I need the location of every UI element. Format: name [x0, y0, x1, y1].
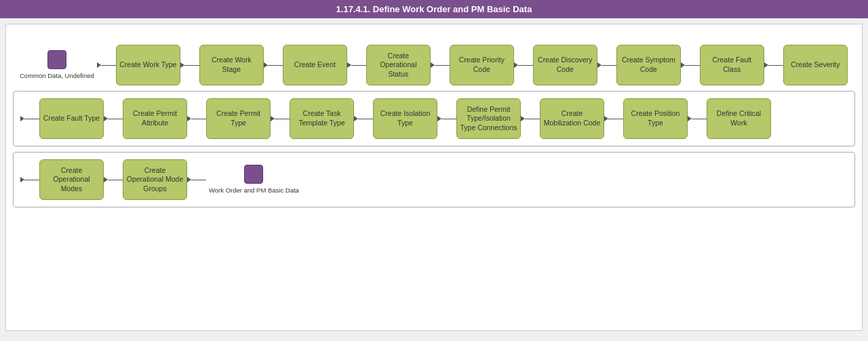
row3-bracket: Create Operational Modes Create Operatio… [13, 152, 855, 207]
arrow-0 [97, 62, 116, 68]
arrow-r2-6 [521, 116, 540, 121]
row2-container: Create Fault Type Create Permit Attribut… [20, 98, 848, 139]
arrow-r2-1 [104, 116, 123, 121]
node-create-work-stage[interactable]: Create Work Stage [199, 45, 264, 85]
node-create-mobilization-code[interactable]: Create Mobilization Code [540, 98, 604, 139]
arrow-r2-8 [688, 116, 707, 121]
start-node-purple [47, 50, 66, 69]
row3-container: Create Operational Modes Create Operatio… [20, 159, 848, 200]
arrow-2 [264, 62, 283, 68]
node-create-discovery-code[interactable]: Create Discovery Code [533, 45, 597, 85]
end-node-purple [244, 165, 263, 184]
node-create-operational-mode-groups[interactable]: Create Operational Mode Groups [123, 159, 187, 200]
node-define-critical-work[interactable]: Define Critical Work [707, 98, 771, 139]
node-create-permit-attribute[interactable]: Create Permit Attribute [123, 98, 187, 139]
arrow-3 [347, 62, 366, 68]
arrow-r3-2 [187, 177, 206, 182]
arrow-r3-entry [20, 177, 39, 182]
arrow-r3-1 [104, 177, 123, 182]
arrow-r2-2 [187, 116, 206, 121]
node-create-task-template-type[interactable]: Create Task Template Type [290, 98, 354, 139]
arrow-r2-7 [604, 116, 623, 121]
header-bar: 1.17.4.1. Define Work Order and PM Basic… [0, 0, 868, 18]
header-title: 1.17.4.1. Define Work Order and PM Basic… [336, 4, 532, 14]
node-create-permit-type[interactable]: Create Permit Type [206, 98, 271, 139]
node-create-fault-type[interactable]: Create Fault Type [39, 98, 104, 139]
main-content: Common Data, Undefined Create Work Type … [5, 24, 863, 331]
arrow-7 [681, 62, 700, 68]
node-create-priority-code[interactable]: Create Priority Code [450, 45, 514, 85]
arrow-r2-entry [20, 116, 39, 121]
node-create-isolation-type[interactable]: Create Isolation Type [373, 98, 437, 139]
arrow-5 [514, 62, 533, 68]
arrow-4 [431, 62, 450, 68]
arrow-r2-3 [271, 116, 290, 121]
node-create-operational-modes[interactable]: Create Operational Modes [39, 159, 104, 200]
end-node-label: Work Order and PM Basic Data [209, 186, 299, 194]
node-create-operational-status[interactable]: Create Operational Status [366, 45, 431, 85]
start-node-label: Common Data, Undefined [20, 72, 94, 79]
node-create-symptom-code[interactable]: Create Symptom Code [616, 45, 681, 85]
arrow-1 [180, 62, 199, 68]
node-create-event[interactable]: Create Event [283, 45, 347, 85]
node-create-work-type[interactable]: Create Work Type [116, 45, 180, 85]
arrow-6 [597, 62, 616, 68]
node-define-permit-type-isolation[interactable]: Define Permit Type/Isolation Type Connec… [456, 98, 521, 139]
arrow-r2-5 [437, 116, 456, 121]
node-create-severity[interactable]: Create Severity [783, 45, 848, 85]
arrow-r2-4 [354, 116, 373, 121]
start-node-wrapper: Common Data, Undefined [20, 50, 94, 79]
row2-bracket: Create Fault Type Create Permit Attribut… [13, 91, 855, 146]
node-create-position-type[interactable]: Create Position Type [623, 98, 688, 139]
node-create-fault-class[interactable]: Create Fault Class [700, 45, 764, 85]
arrow-8 [764, 62, 783, 68]
end-node-wrapper: Work Order and PM Basic Data [209, 165, 299, 194]
row1-container: Common Data, Undefined Create Work Type … [20, 45, 855, 85]
